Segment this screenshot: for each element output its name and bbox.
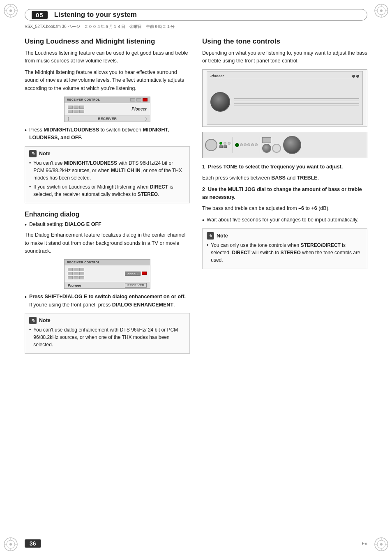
tone-para1: Depending on what you are listening to, …	[202, 49, 367, 65]
fp-led-green	[219, 142, 222, 145]
tone-note-bullet: •	[207, 242, 208, 249]
tone-dot-1	[352, 75, 355, 78]
note-icon-3: ✎	[207, 232, 214, 240]
fp-led-off-3	[240, 143, 243, 146]
rb2-4	[68, 272, 73, 275]
dialog-note-item-1: • You can't use dialog enhancement with …	[29, 326, 185, 348]
rcvr-midnight-btn	[143, 98, 148, 101]
page-lang: En	[362, 541, 367, 546]
rb2-6	[79, 272, 84, 275]
fp-led-off-4	[244, 143, 247, 146]
fp-round-dark	[262, 144, 271, 153]
tone-line-1	[234, 98, 359, 99]
main-content: Using Loudness and Midnight listening Th…	[25, 37, 367, 530]
dialog-bullet-1-text: Press SHIFT+DIALOG E to switch dialog en…	[29, 293, 186, 309]
fp-controls-row2	[219, 145, 231, 148]
corner-decoration-bl	[3, 537, 18, 552]
receiver-top-strip-1: RECEIVER CONTROL	[65, 97, 150, 103]
note-label-1: Note	[39, 151, 51, 157]
rb1	[68, 106, 73, 109]
tone-panel-lines	[234, 98, 359, 106]
receiver-left-area-2	[68, 268, 84, 279]
rb3	[79, 106, 84, 109]
fp-led-off-7	[255, 143, 258, 146]
fp-led-off-2	[228, 142, 231, 145]
rb2-3	[79, 268, 84, 271]
receiver-control-label-1: RECEIVER CONTROL	[67, 98, 100, 101]
svg-point-9	[380, 9, 383, 12]
receiver-bottom-strip-1: ( RECEIVER )	[65, 115, 150, 122]
receiver-top-strip-2: RECEIVER CONTROL	[65, 260, 150, 265]
tone-header-dots	[352, 75, 359, 78]
rb2-8	[74, 276, 78, 279]
loudness-para2: The Midnight listening feature allows yo…	[25, 69, 190, 92]
dialog-bullet-dot-1: •	[25, 293, 27, 302]
rb5	[74, 110, 78, 113]
tone-step2-sub: • Wait about five seconds for your chang…	[202, 216, 367, 225]
section-loudness: Using Loudness and Midnight listening Th…	[25, 37, 190, 203]
svg-point-16	[9, 543, 12, 546]
receiver-image-1: RECEIVER CONTROL	[64, 97, 150, 122]
fp-center-area	[235, 143, 258, 147]
rb2-5	[74, 272, 78, 275]
dialog-note-text-1: You can't use dialog enhancement with DT…	[33, 326, 185, 348]
receiver-main-area-1: Pioneer	[65, 103, 150, 115]
loudness-note-text-2: If you switch on Loudness or Midnight li…	[33, 183, 185, 198]
dialog-default-text: Default setting: DIALOG E OFF	[29, 221, 101, 228]
receiver-right-area-2: DIALOG E	[125, 272, 147, 276]
tone-step2-sub-text: Wait about five seconds for your changes…	[207, 216, 359, 224]
fp-led-off-6	[251, 143, 254, 146]
tone-panel-image: Pioneer	[202, 69, 367, 127]
tone-panel-inner: Pioneer	[207, 71, 363, 125]
fp-round-light	[272, 144, 281, 153]
tone-step2-header: 2 Use the MULTI JOG dial to change the a…	[202, 186, 367, 202]
tone-step2-body: The bass and treble can be adjusted from…	[202, 205, 367, 212]
section-dialog: Enhancing dialog • Default setting: DIAL…	[25, 211, 190, 354]
receiver-center-area-1: Pioneer	[131, 107, 147, 111]
fp-left-knob	[205, 139, 217, 151]
corner-decoration-tl	[3, 3, 18, 18]
rb2	[74, 106, 78, 109]
note-bullet-1: •	[29, 160, 31, 167]
tone-note-box: ✎ Note • You can only use the tone contr…	[202, 228, 367, 269]
fp-led-off-1	[224, 142, 226, 145]
dialog-para1: The Dialog Enhancement feature localizes…	[25, 231, 190, 255]
receiver-image-2: RECEIVER CONTROL	[64, 259, 150, 289]
receiver-bottom-strip-2: Pioneer RECEIVER	[65, 282, 150, 288]
tone-step-2: 2 Use the MULTI JOG dial to change the a…	[202, 186, 367, 225]
tone-line-3	[234, 103, 359, 104]
page-footer: 36 En	[25, 539, 367, 548]
fp-right-row1	[262, 137, 281, 143]
receiver-label-text-1: RECEIVER	[98, 117, 117, 121]
loudness-note-item-1: • You can't use MIDNIGHT/LOUDNESS with D…	[29, 159, 185, 182]
left-column: Using Loudness and Midnight listening Th…	[25, 37, 190, 358]
receiver-btn-grid-2	[68, 268, 84, 279]
section-loudness-title: Using Loudness and Midnight listening	[25, 37, 190, 46]
dialog-default-setting: • Default setting: DIALOG E OFF	[25, 221, 190, 229]
dialog-bullet-dot: •	[25, 221, 27, 229]
content-columns: Using Loudness and Midnight listening Th…	[25, 37, 367, 358]
tone-sub-bullet: •	[202, 216, 204, 225]
dialog-note-box: ✎ Note • You can't use dialog enhancemen…	[25, 313, 190, 354]
front-panel-wide	[202, 132, 367, 158]
file-info: VSX_52TX.book.fm 36 ページ ２００４年５月１４日 金曜日 午…	[25, 24, 175, 30]
tone-note-header: ✎ Note	[207, 232, 363, 240]
dialog-note-header: ✎ Note	[29, 317, 185, 324]
note-bullet-2: •	[29, 184, 31, 191]
fp-right-row2	[262, 144, 281, 153]
section-tone-title: Using the tone controls	[202, 37, 367, 46]
fp-btn-2	[224, 145, 227, 148]
tone-step1-body: Each press switches between BASS and TRE…	[202, 174, 367, 182]
tone-pioneer-logo: Pioneer	[210, 74, 224, 78]
fp-led-off-5	[247, 143, 250, 146]
note-icon-1: ✎	[29, 150, 37, 157]
fp-controls-row1	[219, 142, 231, 145]
tone-step-1: 1 Press TONE to select the frequency you…	[202, 163, 367, 182]
fp-right-knob	[283, 136, 301, 154]
receiver-label-close-1: )	[145, 117, 147, 121]
fp-square-1	[262, 137, 271, 143]
tone-note-text-1: You can only use the tone controls when …	[211, 242, 363, 264]
receiver-control-label-2: RECEIVER CONTROL	[67, 261, 100, 264]
rb2-9	[79, 276, 84, 279]
svg-point-2	[9, 9, 12, 12]
